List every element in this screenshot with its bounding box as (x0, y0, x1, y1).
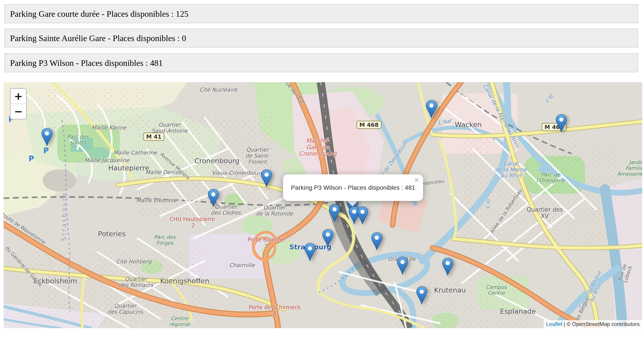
map-marker[interactable] (261, 169, 272, 187)
marker-pin-icon (304, 243, 316, 261)
map-marker[interactable] (442, 258, 453, 276)
map-marker[interactable] (397, 257, 408, 275)
map-marker[interactable] (41, 128, 52, 146)
marker-pin-icon (397, 257, 408, 275)
map-marker[interactable] (357, 206, 368, 225)
popup-close-button[interactable]: × (414, 176, 419, 184)
marker-pin-icon (416, 286, 427, 305)
marker-pin-icon (41, 128, 52, 146)
map-marker[interactable] (322, 229, 334, 247)
marker-pin-icon (208, 189, 219, 207)
marker-pin-icon (357, 206, 368, 225)
map-marker[interactable] (304, 243, 316, 261)
map-canvas[interactable] (4, 82, 642, 328)
marker-pin-icon (322, 229, 334, 247)
parking-info-label: Parking Sainte Aurélie Gare - Places dis… (10, 33, 186, 43)
marker-pin-icon (442, 258, 453, 276)
popup-text: Parking P3 Wilson - Places disponibles :… (291, 184, 415, 191)
leaflet-map[interactable]: Cité NucléaireQuartier Saint-AntoineMail… (4, 82, 642, 328)
marker-pin-icon (556, 114, 567, 132)
map-marker[interactable] (556, 114, 567, 132)
page: Parking Gare courte durée - Places dispo… (0, 0, 644, 338)
map-marker[interactable] (371, 232, 382, 250)
parking-info-label: Parking Gare courte durée - Places dispo… (10, 9, 188, 19)
map-attribution: Leaflet | © OpenStreetMap contributors (544, 320, 642, 328)
map-marker[interactable] (329, 204, 340, 222)
parking-info-label: Parking P3 Wilson - Places disponibles :… (10, 58, 163, 68)
marker-pin-icon (261, 169, 272, 187)
attribution-separator: | (564, 321, 567, 327)
leaflet-link[interactable]: Leaflet (546, 321, 562, 327)
parking-info-item: Parking Sainte Aurélie Gare - Places dis… (4, 28, 638, 47)
zoom-in-button[interactable]: + (11, 89, 26, 104)
map-marker[interactable] (208, 189, 219, 207)
marker-pin-icon (329, 204, 340, 222)
marker-pin-icon (371, 232, 382, 250)
osm-attribution-text[interactable]: © OpenStreetMap contributors (567, 321, 640, 327)
zoom-control: + − (10, 88, 27, 120)
parking-info-item: Parking P3 Wilson - Places disponibles :… (4, 53, 638, 72)
map-marker[interactable] (426, 100, 437, 118)
zoom-out-button[interactable]: − (11, 104, 26, 119)
marker-pin-icon (426, 100, 437, 118)
map-marker[interactable] (416, 286, 427, 305)
parking-info-item: Parking Gare courte durée - Places dispo… (4, 4, 638, 23)
map-popup: Parking P3 Wilson - Places disponibles :… (283, 174, 423, 201)
